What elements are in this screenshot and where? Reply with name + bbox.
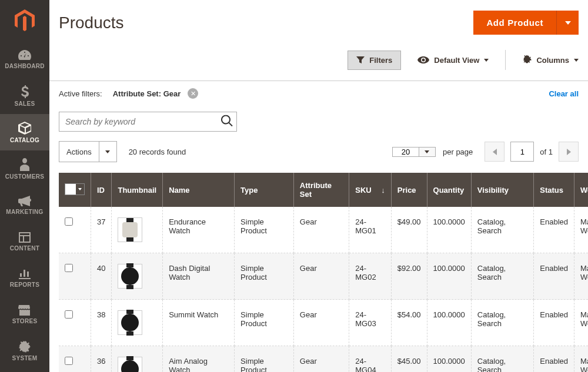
chevron-down-icon: [565, 21, 571, 25]
nav-marketing[interactable]: MARKETING: [0, 187, 49, 223]
page-size-toggle[interactable]: [419, 148, 435, 156]
add-product-dropdown-toggle[interactable]: [556, 11, 579, 35]
product-thumbnail: [118, 264, 142, 289]
filters-button[interactable]: Filters: [348, 51, 401, 70]
nav-dashboard[interactable]: DASHBOARD: [0, 41, 49, 78]
cell-status: Enabled: [534, 207, 574, 253]
cell-website: Main Websi: [574, 346, 589, 373]
col-type-header[interactable]: Type: [235, 173, 294, 207]
row-checkbox[interactable]: [65, 264, 73, 272]
columns-button[interactable]: Columns: [522, 55, 579, 65]
prev-page-button[interactable]: [485, 142, 505, 162]
chevron-down-icon: [484, 59, 489, 62]
eye-icon: [417, 56, 429, 63]
remove-filter-button[interactable]: ✕: [188, 88, 198, 99]
cell-attrset: Gear: [293, 300, 349, 346]
nav-sales[interactable]: SALES: [0, 78, 49, 114]
cell-attrset: Gear: [293, 253, 349, 300]
cell-qty: 100.0000: [427, 300, 471, 346]
cell-type: Simple Product: [235, 346, 294, 373]
cell-name: Dash Digital Watch: [163, 253, 235, 300]
actions-dropdown[interactable]: Actions: [59, 141, 117, 162]
person-icon: [20, 158, 29, 171]
chevron-down-icon: [78, 188, 82, 190]
col-price-header[interactable]: Price: [391, 173, 427, 207]
cell-thumbnail: [112, 207, 163, 253]
clear-all-link[interactable]: Clear all: [549, 89, 579, 98]
page-size-select[interactable]: [392, 147, 436, 157]
cell-type: Simple Product: [235, 207, 294, 253]
chevron-left-icon: [493, 149, 497, 155]
nav-label: SALES: [15, 100, 35, 107]
add-product-group: Add Product: [473, 11, 579, 35]
cell-name: Summit Watch: [163, 300, 235, 346]
filter-chip: Attribute Set: Gear: [113, 89, 181, 98]
nav-stores[interactable]: STORES: [0, 296, 49, 333]
page-input[interactable]: [510, 142, 534, 162]
cell-qty: 100.0000: [427, 346, 471, 373]
table-row[interactable]: 40 Dash Digital Watch Simple Product Gea…: [59, 253, 588, 300]
megaphone-icon: [18, 196, 31, 206]
add-product-button[interactable]: Add Product: [473, 11, 556, 35]
col-website-header[interactable]: Websi: [574, 173, 589, 207]
cell-price: $49.00: [391, 207, 427, 253]
gear-icon: [522, 55, 532, 65]
page-size-input[interactable]: [393, 148, 419, 156]
chart-icon: [19, 269, 31, 279]
actions-toggle[interactable]: [99, 142, 116, 162]
columns-label: Columns: [536, 56, 569, 65]
main-content: Products Add Product Filters Default Vie…: [49, 0, 588, 372]
col-checkbox-header[interactable]: [59, 173, 91, 207]
search-button[interactable]: [221, 115, 233, 129]
product-thumbnail: [118, 310, 142, 335]
nav-reports[interactable]: REPORTS: [0, 260, 49, 296]
dollar-icon: [21, 85, 29, 98]
nav-label: REPORTS: [10, 281, 39, 288]
cell-name: Aim Analog Watch: [163, 346, 235, 373]
nav-content[interactable]: CONTENT: [0, 223, 49, 260]
cell-qty: 100.0000: [427, 207, 471, 253]
default-view-button[interactable]: Default View: [417, 56, 489, 65]
nav-system[interactable]: SYSTEM: [0, 333, 49, 369]
cell-name: Endurance Watch: [163, 207, 235, 253]
col-status-header[interactable]: Status: [534, 173, 574, 207]
row-checkbox[interactable]: [65, 310, 73, 319]
records-found: 20 records found: [129, 148, 186, 156]
next-page-button[interactable]: [559, 142, 579, 162]
search-input[interactable]: [59, 112, 236, 131]
magento-logo[interactable]: [0, 0, 49, 41]
cell-price: $54.00: [391, 300, 427, 346]
col-visibility-header[interactable]: Visibility: [471, 173, 533, 207]
col-qty-header[interactable]: Quantity: [427, 173, 471, 207]
nav-catalog[interactable]: CATALOG: [0, 114, 49, 150]
col-thumbnail-header[interactable]: Thumbnail: [112, 173, 163, 207]
gear-icon: [19, 341, 31, 353]
cell-thumbnail: [112, 300, 163, 346]
chevron-down-icon: [425, 150, 429, 153]
nav-customers[interactable]: CUSTOMERS: [0, 150, 49, 187]
col-name-header[interactable]: Name: [163, 173, 235, 207]
col-sku-header[interactable]: SKU↓: [349, 173, 392, 207]
cell-id: 37: [91, 207, 112, 253]
funnel-icon: [356, 56, 365, 63]
cell-id: 38: [91, 300, 112, 346]
per-page-label: per page: [443, 148, 473, 156]
table-row[interactable]: 36 Aim Analog Watch Simple Product Gear …: [59, 346, 588, 373]
table-row[interactable]: 37 Endurance Watch Simple Product Gear 2…: [59, 207, 588, 253]
product-thumbnail: [118, 217, 142, 242]
of-pages-label: of 1: [540, 148, 553, 156]
cell-thumbnail: [112, 346, 163, 373]
nav-label: STORES: [12, 318, 38, 324]
row-checkbox[interactable]: [65, 357, 73, 365]
cell-visibility: Catalog, Search: [471, 253, 533, 300]
table-row[interactable]: 38 Summit Watch Simple Product Gear 24-M…: [59, 300, 588, 346]
cell-type: Simple Product: [235, 253, 294, 300]
page-title: Products: [59, 14, 124, 32]
col-id-header[interactable]: ID: [91, 173, 112, 207]
row-checkbox[interactable]: [65, 217, 73, 226]
cell-price: $92.00: [391, 253, 427, 300]
default-view-label: Default View: [434, 56, 479, 65]
col-attrset-header[interactable]: Attribute Set: [293, 173, 349, 207]
nav-label: DASHBOARD: [5, 63, 45, 69]
nav-label: CUSTOMERS: [5, 173, 44, 180]
